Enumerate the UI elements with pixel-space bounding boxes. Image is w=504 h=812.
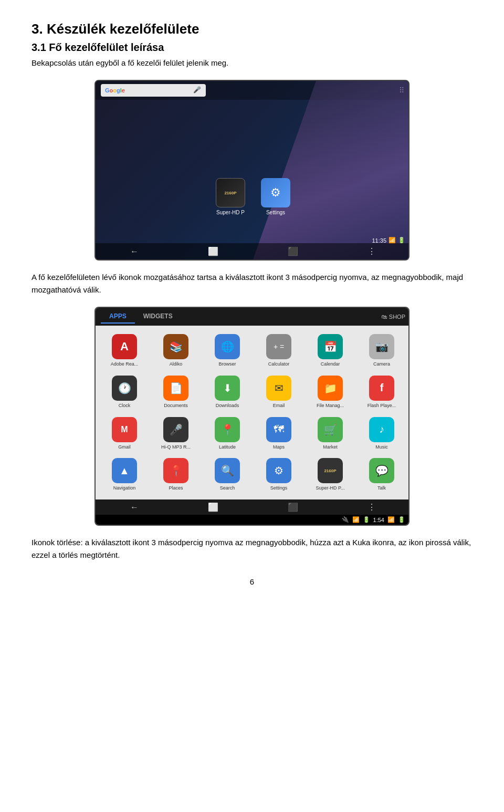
app-aldiko[interactable]: 📚 Aldiko bbox=[151, 331, 201, 370]
app-camera[interactable]: 📷 Camera bbox=[357, 331, 406, 370]
talk-label: Talk bbox=[377, 485, 386, 491]
android-drawer-screen: APPS WIDGETS 🛍 SHOP A Adobe Rea... 📚 Ald… bbox=[94, 307, 410, 526]
places-label: Places bbox=[169, 485, 183, 491]
google-search-bar[interactable]: Google 🎤 bbox=[101, 84, 206, 97]
market-label: Market bbox=[323, 444, 338, 450]
drawer-usb-icon: 🔌 bbox=[342, 516, 349, 523]
camera-label: Camera bbox=[373, 361, 390, 367]
search-label: Search bbox=[220, 485, 235, 491]
home-nav-bar: ← ⬜ ⬛ ⋮ bbox=[96, 243, 410, 259]
app-hiqmp3[interactable]: 🎤 Hi-Q MP3 R... bbox=[151, 414, 201, 453]
aldiko-label: Aldiko bbox=[170, 361, 183, 367]
home-button[interactable]: ⬜ bbox=[208, 246, 218, 256]
superhd-app-icon: 2160P bbox=[318, 458, 343, 483]
gmail-icon: M bbox=[112, 417, 137, 442]
app-email[interactable]: ✉ Email bbox=[254, 372, 303, 412]
app-calendar[interactable]: 📅 Calendar bbox=[306, 331, 355, 370]
settings-icon: ⚙ bbox=[261, 178, 290, 207]
drawer-menu-button[interactable]: ⋮ bbox=[368, 502, 376, 512]
calculator-icon: + = bbox=[266, 334, 291, 359]
app-browser[interactable]: 🌐 Browser bbox=[203, 331, 252, 370]
app-talk[interactable]: 💬 Talk bbox=[357, 455, 406, 494]
adobe-reader-label: Adobe Rea... bbox=[111, 361, 139, 367]
music-icon: ♪ bbox=[369, 417, 394, 442]
navigation-icon: ▲ bbox=[112, 458, 137, 483]
app-places[interactable]: 📍 Places bbox=[151, 455, 201, 494]
places-icon: 📍 bbox=[163, 458, 188, 483]
app-settings[interactable]: ⚙ Settings bbox=[254, 455, 303, 494]
drawer-signal-icon: 📶 bbox=[352, 516, 360, 523]
clock-icon: 🕐 bbox=[112, 376, 137, 401]
home-center-icons: 2160P Super-HD P ⚙ Settings bbox=[96, 100, 410, 226]
home-screen: Google 🎤 ⠿ 2160P Super-HD P ⚙ bbox=[96, 81, 410, 259]
aldiko-icon: 📚 bbox=[163, 334, 188, 359]
drawer-recent-button[interactable]: ⬛ bbox=[288, 502, 298, 512]
section-desc: Bekapcsolás után egyből a fő kezelői fel… bbox=[32, 57, 472, 69]
app-navigation[interactable]: ▲ Navigation bbox=[100, 455, 149, 494]
drawer-wifi-icon: 📶 bbox=[387, 516, 395, 523]
app-filemanager[interactable]: 📁 File Manag... bbox=[306, 372, 355, 412]
gmail-label: Gmail bbox=[118, 444, 131, 450]
home-app-superhd[interactable]: 2160P Super-HD P bbox=[216, 178, 245, 215]
menu-button[interactable]: ⋮ bbox=[368, 246, 376, 256]
app-documents[interactable]: 📄 Documents bbox=[151, 372, 201, 412]
app-music[interactable]: ♪ Music bbox=[357, 414, 406, 453]
main-heading: 3. Készülék kezelőfelülete bbox=[32, 21, 472, 37]
settings-app-label: Settings bbox=[270, 485, 288, 491]
app-latitude[interactable]: 📍 Latitude bbox=[203, 414, 252, 453]
app-adobe-reader[interactable]: A Adobe Rea... bbox=[100, 331, 149, 370]
app-clock[interactable]: 🕐 Clock bbox=[100, 372, 149, 412]
maps-label: Maps bbox=[273, 444, 285, 450]
talk-icon: 💬 bbox=[369, 458, 394, 483]
filemanager-icon: 📁 bbox=[318, 376, 343, 401]
music-label: Music bbox=[375, 444, 388, 450]
drawer-shop[interactable]: 🛍 SHOP bbox=[381, 314, 405, 320]
latitude-icon: 📍 bbox=[215, 417, 240, 442]
app-maps[interactable]: 🗺 Maps bbox=[254, 414, 303, 453]
documents-label: Documents bbox=[164, 403, 188, 409]
app-drawer-container: APPS WIDGETS 🛍 SHOP A Adobe Rea... 📚 Ald… bbox=[32, 307, 472, 526]
apps-grid: A Adobe Rea... 📚 Aldiko 🌐 Browser + = Ca… bbox=[96, 326, 410, 499]
adobe-reader-icon: A bbox=[112, 334, 137, 359]
drawer-home-button[interactable]: ⬜ bbox=[208, 502, 218, 512]
tab-widgets[interactable]: WIDGETS bbox=[135, 310, 181, 324]
navigation-label: Navigation bbox=[113, 485, 136, 491]
tab-apps[interactable]: APPS bbox=[101, 310, 135, 324]
superhd-label: Super-HD P bbox=[216, 210, 245, 215]
browser-label: Browser bbox=[218, 361, 236, 367]
app-superhd[interactable]: 2160P Super-HD P... bbox=[306, 455, 355, 494]
drawer-back-button[interactable]: ← bbox=[130, 503, 139, 512]
back-button[interactable]: ← bbox=[130, 247, 139, 256]
settings-app-icon: ⚙ bbox=[266, 458, 291, 483]
latitude-label: Latitude bbox=[219, 444, 236, 450]
email-icon: ✉ bbox=[266, 376, 291, 401]
app-flashplayer[interactable]: f Flash Playe... bbox=[357, 372, 406, 412]
home-app-settings[interactable]: ⚙ Settings bbox=[261, 178, 290, 215]
app-gmail[interactable]: M Gmail bbox=[100, 414, 149, 453]
downloads-icon: ⬇ bbox=[215, 376, 240, 401]
home-time: 11:35 bbox=[372, 237, 386, 244]
app-drawer: APPS WIDGETS 🛍 SHOP A Adobe Rea... 📚 Ald… bbox=[96, 308, 410, 525]
documents-icon: 📄 bbox=[163, 376, 188, 401]
recent-button[interactable]: ⬛ bbox=[288, 246, 298, 256]
google-logo: Google bbox=[105, 87, 125, 93]
calendar-icon: 📅 bbox=[318, 334, 343, 359]
section-title: 3.1 Fő kezelőfelület leírása bbox=[32, 41, 472, 54]
shop-label: SHOP bbox=[389, 314, 405, 320]
email-label: Email bbox=[273, 403, 285, 409]
drawer-tabs: APPS WIDGETS bbox=[101, 310, 181, 324]
app-downloads[interactable]: ⬇ Downloads bbox=[203, 372, 252, 412]
page-number: 6 bbox=[32, 577, 472, 586]
app-search[interactable]: 🔍 Search bbox=[203, 455, 252, 494]
para1: A fő kezelőfelületen lévő ikonok mozgatá… bbox=[32, 271, 472, 296]
superhd-app-label: Super-HD P... bbox=[316, 485, 345, 491]
app-calculator[interactable]: + = Calculator bbox=[254, 331, 303, 370]
drawer-battery-icon: 🔋 bbox=[363, 516, 370, 523]
calendar-label: Calendar bbox=[321, 361, 340, 367]
app-market[interactable]: 🛒 Market bbox=[306, 414, 355, 453]
drawer-time: 1:54 bbox=[373, 517, 384, 523]
drawer-status-bar: 🔌 📶 🔋 1:54 📶 🔋 bbox=[96, 515, 410, 525]
android-home-screen: Google 🎤 ⠿ 2160P Super-HD P ⚙ bbox=[94, 80, 410, 261]
maps-icon: 🗺 bbox=[266, 417, 291, 442]
mic-icon: 🎤 bbox=[193, 86, 202, 95]
